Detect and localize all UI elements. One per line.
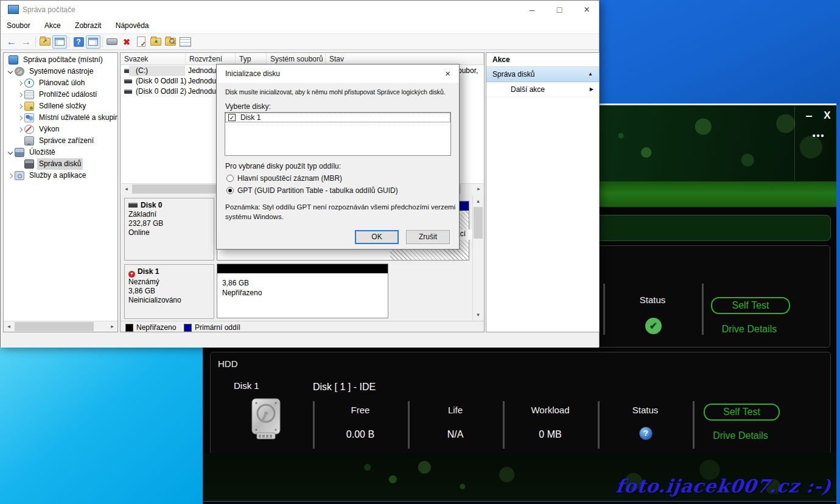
disk1-unallocated-bar[interactable]: 3,86 GB Nepřiřazeno: [217, 264, 388, 318]
tree-item-services-apps[interactable]: Služby a aplikace: [4, 170, 117, 181]
folder-up-icon[interactable]: ▲: [149, 35, 163, 49]
folder-search-icon[interactable]: [163, 35, 178, 49]
delete-icon[interactable]: ✖: [119, 35, 134, 49]
refresh-device-icon[interactable]: [105, 35, 119, 49]
minimize-button[interactable]: –: [519, 1, 545, 18]
radio-off-icon[interactable]: [226, 175, 234, 182]
scrollbar-thumb[interactable]: [474, 207, 483, 239]
card-divider: [693, 401, 695, 449]
disk-list-item[interactable]: ✓ Disk 1: [225, 113, 450, 122]
status-ok-icon: ✔: [645, 318, 662, 334]
tree-item-storage[interactable]: Úložiště: [4, 147, 117, 158]
device-manager-icon: [24, 136, 34, 145]
properties-icon[interactable]: [178, 35, 192, 49]
initialize-disk-dialog: Inicializace disku × Disk musíte inicial…: [216, 64, 460, 250]
chevron-right-icon[interactable]: [17, 115, 23, 121]
collapse-arrow-icon[interactable]: ▲: [588, 67, 593, 82]
services-icon: [15, 171, 24, 180]
column-system-souboru[interactable]: Systém souborů: [267, 53, 326, 65]
column-svazek[interactable]: Svazek: [121, 53, 186, 65]
title-bar[interactable]: Správa počítače – □ ×: [1, 1, 599, 19]
menu-soubor[interactable]: Soubor: [1, 19, 37, 32]
close-button[interactable]: ×: [574, 1, 600, 18]
legend-unallocated-swatch: [125, 324, 133, 332]
chevron-right-icon[interactable]: [17, 103, 23, 110]
disk-name-label: Disk 1: [234, 380, 259, 391]
unallocated-color-bar: [217, 264, 388, 273]
up-folder-icon[interactable]: ↗: [38, 35, 52, 49]
computer-icon: [9, 55, 18, 65]
drive-details-link[interactable]: Drive Details: [711, 324, 788, 335]
scroll-left-icon[interactable]: ◂: [121, 184, 131, 194]
scroll-right-icon[interactable]: ▸: [474, 184, 484, 194]
tree-item-computer-management[interactable]: Správa počítače (místní): [4, 54, 117, 66]
tree-item-shared-folders[interactable]: Sdílené složky: [4, 100, 117, 112]
dialog-close-icon[interactable]: ×: [445, 68, 450, 79]
status-label: Status: [600, 405, 691, 415]
radio-gpt[interactable]: GPT (GUID Partition Table - tabulka oddí…: [226, 186, 398, 195]
hdd-drive-icon[interactable]: [248, 397, 284, 440]
actions-header: Akce: [486, 53, 599, 67]
dialog-title-bar[interactable]: Inicializace disku ×: [217, 65, 459, 83]
window-title: Správa počítače: [23, 5, 75, 14]
scroll-up-icon[interactable]: ▴: [473, 196, 483, 206]
radio-on-icon[interactable]: [226, 187, 234, 194]
menu-akce[interactable]: Akce: [38, 19, 67, 32]
scroll-down-icon[interactable]: ▾: [473, 310, 483, 320]
scroll-right-icon[interactable]: ▸: [107, 321, 117, 332]
menu-zobrazit[interactable]: Zobrazit: [69, 19, 107, 32]
ok-button[interactable]: OK: [355, 230, 399, 244]
chevron-right-icon[interactable]: [17, 92, 23, 98]
menu-napoveda[interactable]: Nápověda: [110, 19, 155, 32]
column-rozvrzeni[interactable]: Rozvržení: [186, 53, 236, 65]
header-divider: [794, 107, 795, 181]
column-typ[interactable]: Typ: [236, 53, 267, 65]
actions-group-disk-management[interactable]: Správa disků ▲: [486, 67, 599, 82]
tree-item-disk-management[interactable]: Správa disků: [4, 158, 117, 170]
photographer-watermark: foto.ijacek007.cz :-): [615, 475, 833, 497]
actions-more-actions[interactable]: Další akce ▶: [486, 82, 599, 97]
check-document-icon[interactable]: ✓: [134, 35, 149, 49]
tree-horizontal-scrollbar[interactable]: ◂ ▸: [4, 321, 117, 332]
disk-listbox[interactable]: ✓ Disk 1: [225, 112, 451, 156]
help-icon[interactable]: ?: [71, 35, 86, 49]
disk1-info[interactable]: ▾Disk 1 Neznámý 3,86 GB Neinicializováno: [124, 264, 214, 319]
self-test-button[interactable]: Self Test: [711, 297, 790, 314]
chevron-placeholder: [17, 161, 23, 167]
dialog-message: Disk musíte inicializovat, aby k němu mo…: [225, 88, 455, 96]
tree-item-system-tools[interactable]: Systémové nástroje: [4, 66, 117, 77]
tree-item-event-viewer[interactable]: Prohlížeč událostí: [4, 89, 117, 100]
show-console-tree-icon[interactable]: [52, 35, 67, 49]
disk-checkbox-checked[interactable]: ✓: [228, 114, 236, 121]
scroll-left-icon[interactable]: ◂: [4, 321, 14, 332]
cancel-button[interactable]: Zrušit: [406, 230, 450, 244]
drive-details-link[interactable]: Drive Details: [704, 430, 777, 441]
app-minimize-button[interactable]: –: [802, 108, 816, 122]
radio-mbr[interactable]: Hlavní spouštěcí záznam (MBR): [226, 174, 342, 183]
tree-item-performance[interactable]: Výkon: [4, 124, 117, 135]
tree-item-task-scheduler[interactable]: Plánovač úloh: [4, 77, 117, 89]
app-close-button[interactable]: X: [820, 110, 835, 122]
column-stav[interactable]: Stav: [326, 53, 484, 65]
app-menu-dots-icon[interactable]: •••: [807, 131, 831, 141]
disk0-info[interactable]: Disk 0 Základní 232,87 GB Online: [124, 198, 214, 261]
tree-item-device-manager[interactable]: Správce zařízení: [4, 135, 117, 147]
chevron-down-icon[interactable]: [7, 150, 13, 156]
users-icon: [24, 113, 34, 122]
show-action-pane-icon[interactable]: [86, 35, 100, 49]
chevron-right-icon[interactable]: [17, 127, 23, 133]
chevron-right-icon[interactable]: [17, 80, 23, 86]
desktop-wallpaper-cyan: [0, 347, 207, 504]
maximize-button[interactable]: □: [547, 1, 572, 18]
status-unknown-icon[interactable]: ?: [639, 427, 653, 440]
chevron-right-icon[interactable]: [7, 173, 13, 179]
scrollbar-thumb[interactable]: [15, 322, 94, 331]
chevron-down-icon[interactable]: [7, 69, 13, 75]
forward-icon[interactable]: →: [19, 35, 33, 49]
card-divider: [603, 284, 605, 335]
tree-item-local-users[interactable]: Místní uživatelé a skupin: [4, 112, 117, 124]
dialog-title: Inicializace disku: [225, 69, 280, 78]
graphical-vertical-scrollbar[interactable]: ▴ ▾: [472, 196, 483, 320]
self-test-button[interactable]: Self Test: [704, 404, 780, 421]
back-icon[interactable]: ←: [4, 35, 19, 49]
